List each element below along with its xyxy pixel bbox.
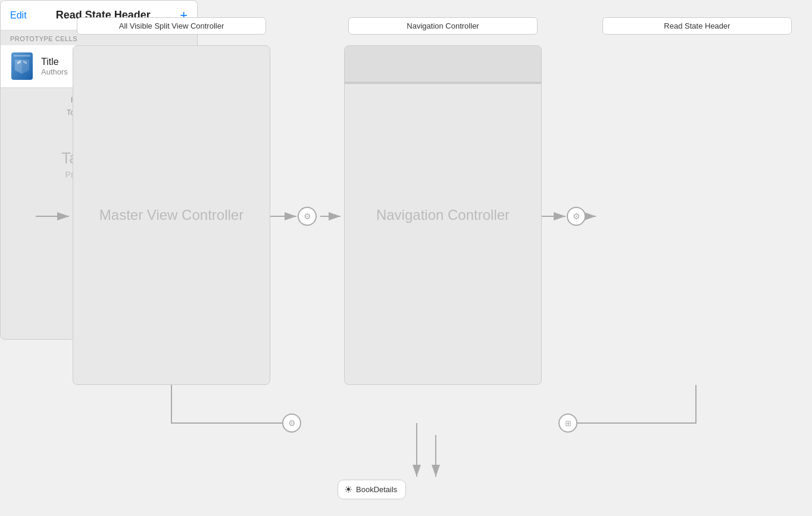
segue-circle-2: ⚙	[567, 207, 586, 226]
rsh-edit-button[interactable]: Edit	[10, 10, 27, 21]
book-icon	[10, 51, 34, 81]
rsh-label: Read State Header	[602, 17, 792, 35]
mvc-body-text: Master View Controller	[83, 207, 260, 223]
segue-circle-bottom-left: ⚙	[282, 414, 301, 433]
nav-body-text: Navigation Controller	[355, 207, 532, 223]
nav-box: Navigation Controller	[344, 45, 542, 385]
book-details-node[interactable]: ☀ BookDetails	[338, 480, 406, 499]
nav-top-bar	[345, 46, 541, 82]
mvc-box: Master View Controller	[73, 45, 270, 385]
segue-icon-bottom-right: ⊞	[565, 419, 571, 428]
svg-rect-1	[14, 55, 30, 57]
segue-icon-1: ⚙	[304, 212, 311, 221]
nav-separator	[345, 82, 541, 84]
book-details-icon: ☀	[344, 484, 352, 495]
segue-circle-bottom-right: ⊞	[558, 414, 577, 433]
mvc-label: All Visible Split View Controller	[77, 17, 266, 35]
nav-label: Navigation Controller	[348, 17, 538, 35]
book-details-label: BookDetails	[356, 485, 397, 494]
segue-icon-bottom-left: ⚙	[288, 418, 296, 428]
segue-icon-2: ⚙	[573, 212, 580, 221]
segue-circle-1: ⚙	[298, 207, 317, 226]
